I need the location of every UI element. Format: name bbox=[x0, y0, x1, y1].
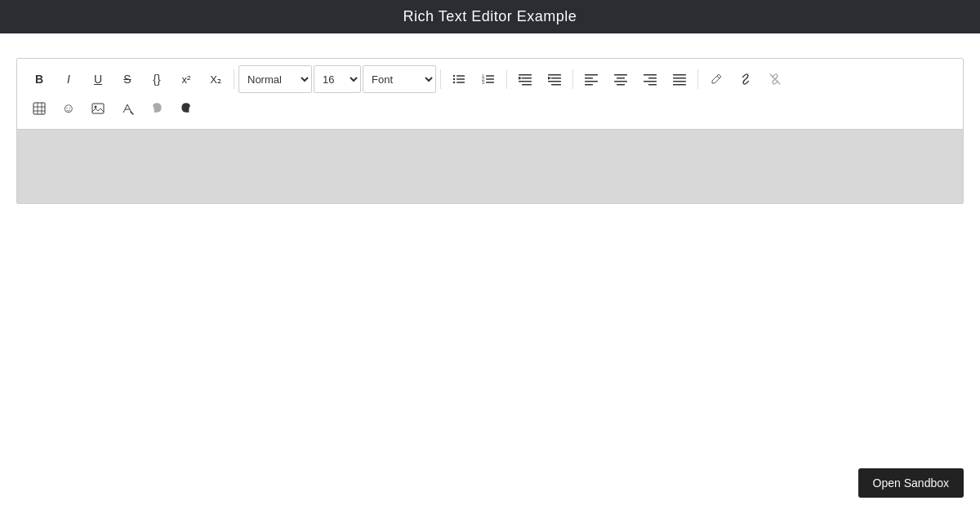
code-button[interactable]: {} bbox=[143, 65, 171, 93]
svg-rect-47 bbox=[92, 104, 104, 113]
superscript-button[interactable]: x² bbox=[172, 65, 200, 93]
undo-icon bbox=[150, 102, 163, 115]
divider-3 bbox=[506, 69, 507, 89]
svg-rect-23 bbox=[585, 78, 593, 79]
svg-rect-34 bbox=[673, 74, 686, 76]
svg-rect-24 bbox=[585, 81, 598, 82]
strikethrough-button[interactable]: S bbox=[114, 65, 141, 93]
divider-2 bbox=[440, 69, 441, 89]
svg-line-41 bbox=[770, 74, 780, 84]
svg-rect-37 bbox=[673, 84, 686, 86]
align-right-button[interactable] bbox=[636, 65, 664, 93]
unlink-icon bbox=[768, 73, 782, 86]
justify-icon bbox=[673, 73, 686, 86]
svg-rect-20 bbox=[551, 84, 561, 86]
toolbar: B I U S {} x² X₂ Normal bbox=[17, 59, 963, 130]
svg-rect-13 bbox=[522, 78, 532, 79]
align-left-button[interactable] bbox=[577, 65, 605, 93]
svg-rect-26 bbox=[614, 74, 627, 76]
redo-icon bbox=[180, 102, 193, 115]
svg-rect-5 bbox=[457, 82, 465, 83]
svg-rect-25 bbox=[585, 84, 593, 86]
image-icon bbox=[91, 102, 105, 115]
subscript-button[interactable]: X₂ bbox=[202, 65, 229, 93]
svg-line-39 bbox=[744, 78, 747, 81]
pen-icon bbox=[710, 73, 723, 86]
outdent-icon bbox=[519, 73, 532, 86]
svg-rect-12 bbox=[519, 74, 532, 76]
unlink-button[interactable] bbox=[761, 65, 789, 93]
align-right-icon bbox=[644, 73, 657, 86]
undo-button[interactable] bbox=[143, 95, 171, 122]
svg-rect-18 bbox=[551, 78, 561, 79]
align-left-icon bbox=[585, 73, 598, 86]
svg-line-50 bbox=[131, 112, 133, 114]
table-button[interactable] bbox=[25, 95, 53, 122]
ordered-list-button[interactable]: 1. 2. 3. bbox=[474, 65, 502, 93]
outdent-button[interactable] bbox=[511, 65, 539, 93]
svg-rect-30 bbox=[644, 74, 657, 76]
indent-icon bbox=[548, 73, 561, 86]
svg-point-0 bbox=[453, 75, 455, 77]
page-title: Rich Text Editor Example bbox=[403, 8, 577, 24]
svg-rect-35 bbox=[673, 78, 686, 79]
ordered-list-icon: 1. 2. 3. bbox=[482, 73, 495, 86]
heading-select[interactable]: Normal Heading 1 Heading 2 Heading 3 Hea… bbox=[238, 65, 312, 93]
svg-rect-42 bbox=[33, 103, 45, 114]
svg-rect-9 bbox=[486, 78, 494, 80]
underline-button[interactable]: U bbox=[84, 65, 112, 93]
svg-rect-17 bbox=[548, 74, 561, 76]
svg-rect-7 bbox=[486, 75, 494, 77]
link-icon bbox=[739, 73, 752, 86]
align-center-icon bbox=[614, 73, 627, 86]
svg-rect-31 bbox=[648, 78, 657, 79]
link-button[interactable] bbox=[732, 65, 760, 93]
svg-rect-27 bbox=[617, 78, 625, 79]
svg-rect-29 bbox=[617, 84, 625, 86]
svg-marker-16 bbox=[519, 77, 522, 80]
italic-button[interactable]: I bbox=[55, 65, 82, 93]
emoji-icon: ☺ bbox=[62, 101, 75, 116]
svg-rect-3 bbox=[457, 78, 465, 80]
editor-wrapper: B I U S {} x² X₂ Normal bbox=[16, 58, 964, 204]
svg-rect-32 bbox=[644, 81, 657, 82]
table-icon bbox=[33, 102, 46, 115]
svg-text:3.: 3. bbox=[482, 80, 485, 85]
font-size-select[interactable]: 16 8 9 10 12 14 18 24 36 bbox=[314, 65, 361, 93]
font-select[interactable]: Font Arial Times New Roman Courier New G… bbox=[363, 65, 436, 93]
svg-rect-11 bbox=[486, 82, 494, 83]
bold-button[interactable]: B bbox=[25, 65, 53, 93]
format-paint-button[interactable] bbox=[702, 65, 730, 93]
editor-content-area[interactable] bbox=[17, 130, 963, 203]
svg-rect-1 bbox=[457, 75, 465, 77]
unordered-list-button[interactable] bbox=[445, 65, 473, 93]
svg-point-2 bbox=[453, 78, 455, 80]
emoji-button[interactable]: ☺ bbox=[55, 95, 82, 122]
open-sandbox-button[interactable]: Open Sandbox bbox=[858, 468, 964, 498]
divider-5 bbox=[697, 69, 698, 89]
clear-icon bbox=[121, 102, 134, 115]
clear-format-button[interactable] bbox=[114, 95, 141, 122]
svg-rect-22 bbox=[585, 74, 598, 76]
svg-point-48 bbox=[95, 106, 97, 109]
redo-button[interactable] bbox=[172, 95, 200, 122]
divider-4 bbox=[572, 69, 573, 89]
svg-marker-21 bbox=[548, 77, 551, 80]
image-button[interactable] bbox=[84, 95, 112, 122]
toolbar-row-2: ☺ bbox=[25, 95, 955, 122]
svg-rect-14 bbox=[519, 81, 532, 82]
svg-rect-36 bbox=[673, 81, 686, 82]
svg-rect-28 bbox=[614, 81, 627, 82]
indent-button[interactable] bbox=[541, 65, 568, 93]
svg-line-38 bbox=[717, 76, 719, 78]
toolbar-row-1: B I U S {} x² X₂ Normal bbox=[25, 65, 955, 93]
svg-rect-33 bbox=[648, 84, 657, 86]
svg-rect-15 bbox=[522, 84, 532, 86]
align-center-button[interactable] bbox=[607, 65, 635, 93]
unordered-list-icon bbox=[452, 73, 466, 86]
svg-point-4 bbox=[453, 82, 455, 83]
justify-button[interactable] bbox=[666, 65, 693, 93]
svg-rect-19 bbox=[548, 81, 561, 82]
divider-1 bbox=[234, 69, 234, 89]
page-header: Rich Text Editor Example bbox=[0, 0, 980, 33]
